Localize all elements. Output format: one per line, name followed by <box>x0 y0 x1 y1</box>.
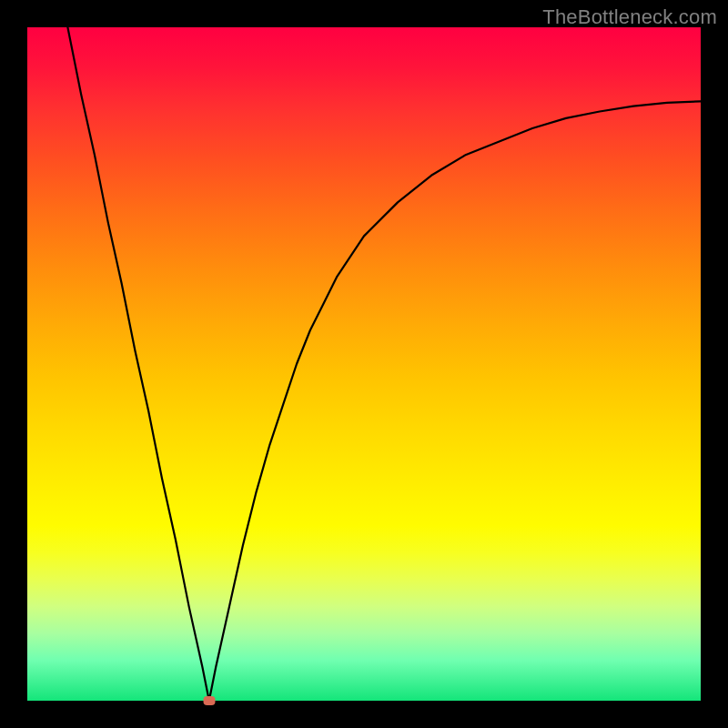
watermark-label: TheBottleneck.com <box>542 5 717 29</box>
optimal-point-marker <box>203 696 215 705</box>
bottleneck-curve <box>27 27 701 701</box>
chart-plot-area <box>27 27 701 701</box>
